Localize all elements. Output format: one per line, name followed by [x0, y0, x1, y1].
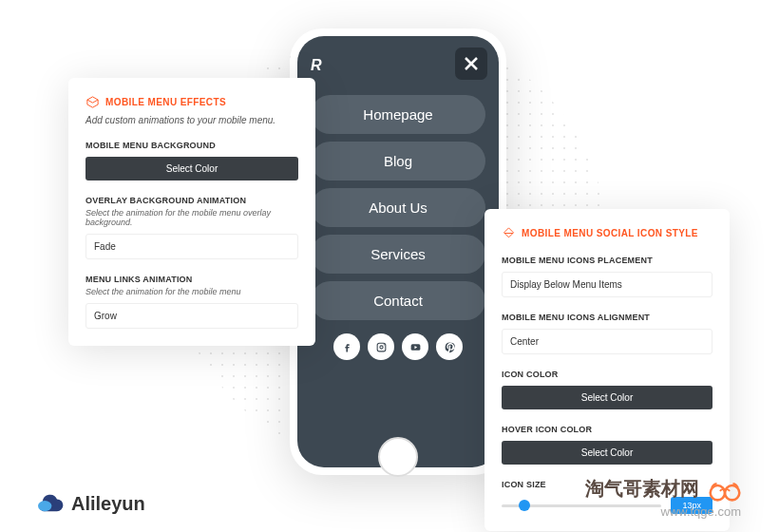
- placement-label: MOBILE MENU ICONS PLACEMENT: [502, 256, 712, 265]
- brand-right: 淘气哥素材网 www.tqge.com: [585, 476, 741, 519]
- placement-select[interactable]: Display Below Menu Items: [502, 272, 712, 297]
- brand-right-cn: 淘气哥素材网: [585, 478, 699, 499]
- cloud-icon: [34, 494, 65, 515]
- phone-brand-text: R: [311, 57, 322, 74]
- social-title-text: MOBILE MENU SOCIAL ICON STYLE: [522, 228, 698, 238]
- align-select[interactable]: Center: [502, 329, 712, 354]
- close-icon: [464, 56, 479, 71]
- youtube-icon[interactable]: [402, 333, 428, 360]
- effects-subtitle: Add custom animations to your mobile men…: [86, 115, 298, 125]
- hover-color-label: HOVER ICON COLOR: [502, 425, 712, 434]
- brand-left: Alileyun: [34, 493, 145, 515]
- phone-mockup: R Homepage Blog About Us Services Contac…: [290, 28, 506, 475]
- icon-color-button[interactable]: Select Color: [502, 386, 712, 409]
- overlay-desc: Select the animation for the mobile menu…: [86, 208, 298, 227]
- menu-item-homepage[interactable]: Homepage: [311, 95, 485, 134]
- menu-item-about[interactable]: About Us: [311, 188, 485, 227]
- links-desc: Select the animation for the mobile menu: [86, 287, 298, 296]
- pinterest-icon[interactable]: [436, 333, 463, 360]
- effects-title-text: MOBILE MENU EFFECTS: [105, 97, 226, 107]
- links-select[interactable]: Grow: [86, 303, 298, 329]
- instagram-icon[interactable]: [368, 333, 394, 360]
- phone-home-button: [378, 437, 418, 477]
- glasses-icon: [709, 480, 741, 503]
- svg-point-4: [38, 501, 51, 511]
- brand-right-url: www.tqge.com: [585, 504, 741, 519]
- effects-panel-title: MOBILE MENU EFFECTS: [86, 95, 298, 109]
- svg-point-1: [379, 345, 382, 348]
- menu-item-contact[interactable]: Contact: [311, 281, 485, 320]
- svg-point-2: [383, 344, 384, 345]
- hover-color-button[interactable]: Select Color: [502, 441, 712, 465]
- paint-icon: [502, 226, 516, 240]
- align-label: MOBILE MENU ICONS ALIGNMENT: [502, 313, 712, 322]
- social-panel-title: MOBILE MENU SOCIAL ICON STYLE: [502, 226, 712, 240]
- facebook-icon[interactable]: [333, 333, 360, 360]
- overlay-select[interactable]: Fade: [86, 234, 298, 259]
- overlay-label: OVERLAY BACKGROUND ANIMATION: [86, 196, 298, 205]
- slider-thumb[interactable]: [519, 500, 530, 511]
- phone-screen: R Homepage Blog About Us Services Contac…: [297, 36, 499, 467]
- bg-color-button[interactable]: Select Color: [86, 157, 298, 180]
- links-label: MENU LINKS ANIMATION: [86, 275, 298, 284]
- menu-item-services[interactable]: Services: [311, 235, 485, 274]
- bg-label: MOBILE MENU BACKGROUND: [86, 141, 298, 150]
- menu-item-blog[interactable]: Blog: [311, 142, 485, 180]
- social-row: [297, 333, 499, 360]
- effects-panel: MOBILE MENU EFFECTS Add custom animation…: [68, 78, 315, 346]
- close-button[interactable]: [455, 48, 487, 80]
- box-icon: [86, 95, 100, 109]
- brand-left-name: Alileyun: [71, 493, 145, 515]
- icon-color-label: ICON COLOR: [502, 370, 712, 379]
